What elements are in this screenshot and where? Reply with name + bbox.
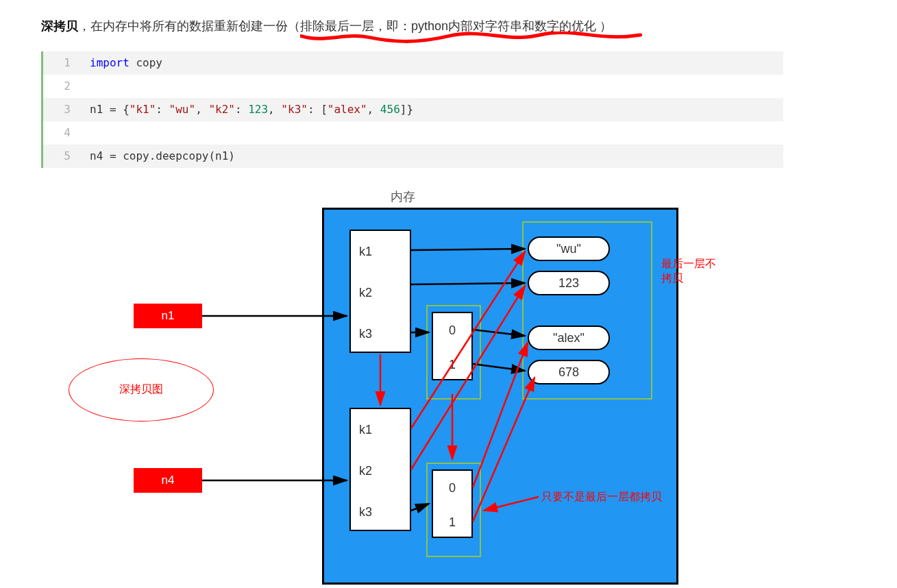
dict2-key-k3: k3 <box>351 491 410 532</box>
dict-n1-box: k1 k2 k3 <box>349 230 411 353</box>
value-678: 678 <box>528 360 610 384</box>
list-n4-box: 0 1 <box>432 469 473 538</box>
intro-underlined: 排除最后一层，即：python内部对字符串和数字的优化 <box>300 19 600 33</box>
dict2-key-k1: k1 <box>351 409 410 450</box>
code-line: 4 <box>43 121 783 145</box>
annotation-copy-all: 只要不是最后一层都拷贝 <box>541 490 662 504</box>
dict2-key-k2: k2 <box>351 450 410 491</box>
code-line: 1import copy <box>43 51 783 75</box>
annotation-last-layer: 最后一层不拷贝 <box>661 257 720 286</box>
value-alex: "alex" <box>528 326 610 350</box>
code-text: n4 = copy.deepcopy(n1) <box>77 145 783 168</box>
document-page: 深拷贝，在内存中将所有的数据重新创建一份（排除最后一层，即：python内部对字… <box>0 0 897 588</box>
list2-idx-0: 0 <box>433 471 471 505</box>
line-number: 5 <box>43 145 77 168</box>
red-underline-icon <box>300 32 643 45</box>
line-number: 1 <box>43 51 77 75</box>
value-123: 123 <box>528 271 610 295</box>
dict-n4-box: k1 k2 k3 <box>349 408 411 531</box>
code-block: 1import copy23n1 = {"k1": "wu", "k2": 12… <box>41 51 783 168</box>
line-number: 2 <box>43 75 77 98</box>
dict-key-k2: k2 <box>351 272 410 313</box>
ellipse-annotation: 深拷贝图 <box>69 358 214 421</box>
intro-text-1: ，在内存中将所有的数据重新创建一份（ <box>78 19 300 33</box>
var-n1-label: n1 <box>134 304 202 328</box>
list1-idx-1: 1 <box>433 347 471 382</box>
line-number: 4 <box>43 121 77 145</box>
dict-key-k3: k3 <box>351 313 410 354</box>
dict-key-k1: k1 <box>351 231 410 272</box>
intro-bold: 深拷贝 <box>41 19 78 33</box>
intro-text-2: ） <box>600 19 612 33</box>
list2-idx-1: 1 <box>433 505 471 539</box>
intro-paragraph: 深拷贝，在内存中将所有的数据重新创建一份（排除最后一层，即：python内部对字… <box>41 16 856 36</box>
code-line: 3n1 = {"k1": "wu", "k2": 123, "k3": ["al… <box>43 98 783 121</box>
code-line: 2 <box>43 75 783 98</box>
list1-idx-0: 0 <box>433 313 471 347</box>
code-text: n1 = {"k1": "wu", "k2": 123, "k3": ["ale… <box>77 98 783 121</box>
value-wu: "wu" <box>528 236 610 261</box>
list-n1-box: 0 1 <box>432 312 473 380</box>
line-number: 3 <box>43 98 77 121</box>
memory-title: 内存 <box>391 188 415 205</box>
code-line: 5n4 = copy.deepcopy(n1) <box>43 145 783 168</box>
code-text <box>77 75 783 98</box>
code-text <box>77 121 783 145</box>
var-n4-label: n4 <box>134 468 202 493</box>
code-text: import copy <box>77 51 783 75</box>
memory-diagram: 内存 n1 n4 k1 k2 k3 k1 k2 k3 0 1 0 1 "wu" … <box>48 188 720 586</box>
